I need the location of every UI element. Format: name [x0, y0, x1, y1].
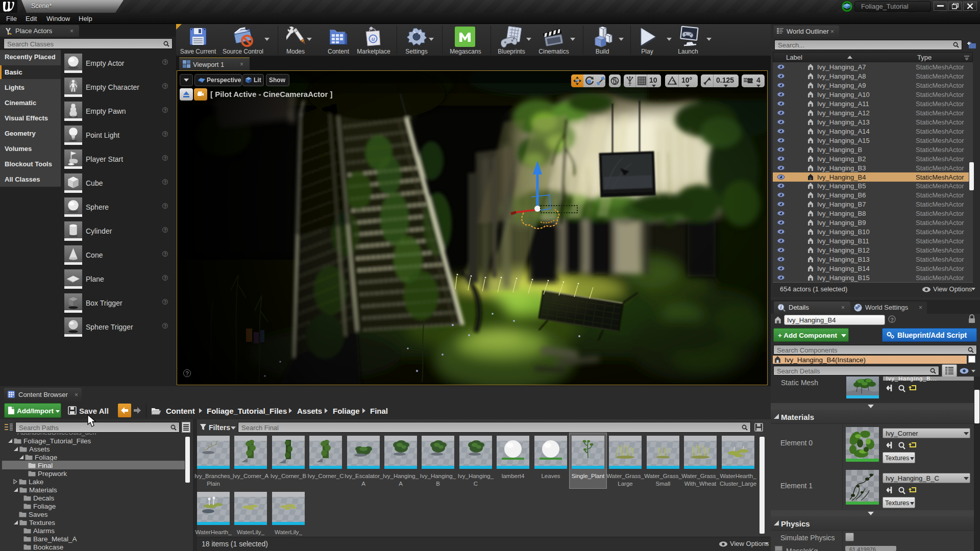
svg-text:i: i: [780, 305, 782, 310]
svg-text:u: u: [372, 36, 375, 42]
